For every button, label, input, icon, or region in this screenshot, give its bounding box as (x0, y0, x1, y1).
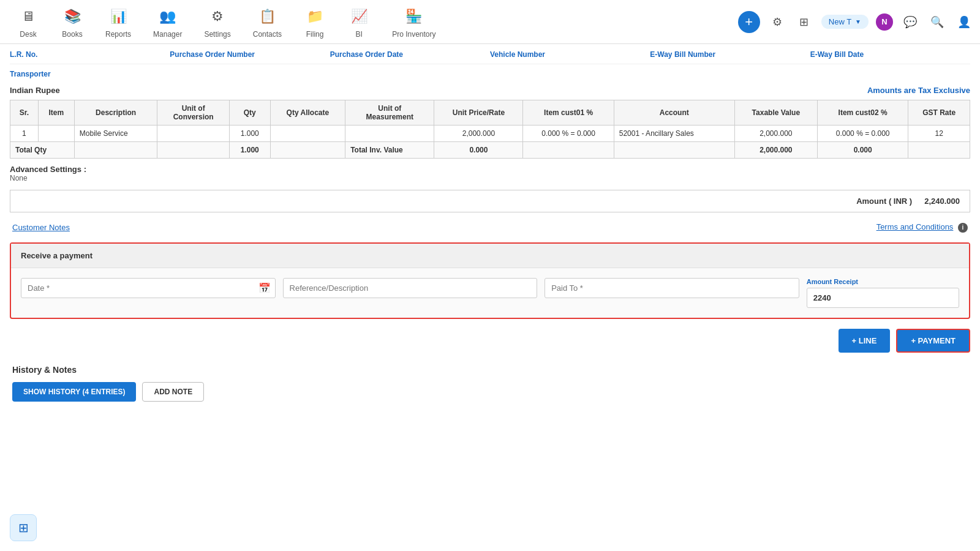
total-inv-cust02: 0.000 (817, 142, 908, 159)
purchase-order-number-label[interactable]: Purchase Order Number (170, 50, 330, 59)
total-qty-value: 1.000 (229, 142, 270, 159)
nav-item-settings[interactable]: ⚙ Settings (193, 1, 241, 43)
show-history-button[interactable]: SHOW HISTORY (4 ENTRIES) (12, 382, 136, 402)
nav-label-books: Books (62, 30, 82, 39)
row-description: Mobile Service (74, 126, 157, 142)
row-item (38, 126, 74, 142)
date-input-wrap: 📅 (21, 278, 276, 298)
row-taxable-value: 2,000.000 (734, 126, 817, 142)
col-unit-price: Unit Price/Rate (434, 100, 523, 126)
amount-receipt-input[interactable] (807, 288, 959, 308)
main-content: L.R. No. Purchase Order Number Purchase … (0, 44, 980, 408)
row-qty: 1.000 (229, 126, 270, 142)
purchase-order-date-label[interactable]: Purchase Order Date (330, 50, 490, 59)
amount-row: Amount ( INR ) 2,240.000 (10, 190, 970, 212)
user-label: New T (829, 17, 851, 26)
amount-receipt-label: Amount Receipt (807, 278, 959, 285)
date-field: 📅 (21, 278, 276, 298)
vehicle-number-label[interactable]: Vehicle Number (490, 50, 650, 59)
row-unit-conversion (157, 126, 230, 142)
nav-item-bi[interactable]: 📈 BI (337, 1, 381, 43)
currency-label: Indian Rupee (10, 86, 60, 95)
search-icon[interactable]: 🔍 (927, 12, 947, 32)
row-item-cust02: 0.000 % = 0.000 (817, 126, 908, 142)
col-taxable-value: Taxable Value (734, 100, 817, 126)
customer-notes-link[interactable]: Customer Notes (12, 223, 70, 232)
notification-icon[interactable]: 💬 (900, 12, 920, 32)
row-unit-measurement (345, 126, 434, 142)
nav-label-manager: Manager (153, 30, 182, 39)
date-input[interactable] (21, 278, 276, 298)
total-inv-label: Total Inv. Value (345, 142, 434, 159)
nav-label-bi: BI (355, 30, 362, 39)
col-unit-measurement: Unit ofMeasurement (345, 100, 434, 126)
calendar-icon[interactable]: 📅 (258, 282, 271, 294)
reports-icon: 📊 (107, 6, 129, 28)
total-qty-label: Total Qty (10, 142, 75, 159)
row-account: 52001 - Ancillary Sales (614, 126, 734, 142)
transporter-label[interactable]: Transporter (10, 70, 51, 78)
total-empty1 (270, 142, 345, 159)
books-icon: 📚 (61, 6, 83, 28)
col-qty-allocate: Qty Allocate (270, 100, 345, 126)
nav-label-settings: Settings (204, 30, 230, 39)
payment-fields: 📅 Amount Receipt (11, 268, 969, 308)
paid-to-field (545, 278, 799, 298)
table-row[interactable]: 1 Mobile Service 1.000 2,000.000 0.000 %… (10, 126, 970, 142)
user-avatar[interactable]: N (876, 13, 893, 31)
nav-item-reports[interactable]: 📊 Reports (94, 1, 142, 43)
payment-box-title: Receive a payment (11, 244, 969, 268)
nav-label-desk: Desk (20, 30, 36, 39)
reference-input[interactable] (283, 278, 538, 298)
user-menu[interactable]: New T ▼ (821, 15, 869, 29)
transporter-row: Transporter (10, 69, 970, 78)
total-empty3 (614, 142, 734, 159)
grid-icon[interactable]: ⊞ (794, 12, 814, 32)
payment-button[interactable]: + PAYMENT (896, 329, 970, 353)
advanced-settings-title: Advanced Settings : (10, 165, 970, 174)
total-qty-empty2 (157, 142, 230, 159)
settings-icon: ⚙ (206, 6, 228, 28)
user-profile-icon[interactable]: 👤 (954, 12, 974, 32)
header-fields-row: L.R. No. Purchase Order Number Purchase … (10, 50, 970, 64)
desk-icon: 🖥 (17, 6, 39, 28)
currency-row: Indian Rupee Amounts are Tax Exclusive (10, 86, 970, 95)
reference-field (283, 278, 538, 298)
nav-item-manager[interactable]: 👥 Manager (142, 1, 193, 43)
total-empty4 (908, 142, 970, 159)
amount-value: 2,240.000 (924, 197, 960, 206)
terms-info-icon[interactable]: i (958, 223, 968, 233)
invoice-table: Sr. Item Description Unit ofConversion Q… (10, 100, 970, 159)
tax-exclusive-label: Amounts are Tax Exclusive (867, 86, 970, 95)
advanced-settings-value: None (10, 174, 970, 182)
paid-to-input[interactable] (545, 278, 799, 298)
top-navigation: 🖥 Desk 📚 Books 📊 Reports 👥 Manager ⚙ Set… (0, 0, 980, 44)
add-button[interactable]: + (738, 11, 760, 33)
receive-payment-box: Receive a payment 📅 Amount Receipt (10, 242, 970, 319)
col-gst-rate: GST Rate (908, 100, 970, 126)
line-button[interactable]: + LINE (839, 329, 891, 353)
notes-tc-row: Customer Notes Terms and Conditions i (10, 222, 970, 233)
amount-receipt-field: Amount Receipt (807, 278, 959, 308)
nav-label-contacts: Contacts (253, 30, 282, 39)
terms-conditions-link[interactable]: Terms and Conditions (876, 222, 954, 231)
nav-item-filing[interactable]: 📁 Filing (293, 1, 337, 43)
eway-bill-date-label[interactable]: E-Way Bill Date (810, 50, 970, 59)
lr-no-label[interactable]: L.R. No. (10, 50, 170, 59)
total-qty-empty1 (74, 142, 157, 159)
total-empty2 (523, 142, 614, 159)
col-qty: Qty (229, 100, 270, 126)
row-item-cust01: 0.000 % = 0.000 (523, 126, 614, 142)
history-section: History & Notes SHOW HISTORY (4 ENTRIES)… (10, 365, 970, 402)
nav-item-books[interactable]: 📚 Books (50, 1, 94, 43)
add-note-button[interactable]: ADD NOTE (142, 382, 204, 402)
eway-bill-number-label[interactable]: E-Way Bill Number (650, 50, 810, 59)
row-gst-rate: 12 (908, 126, 970, 142)
nav-item-desk[interactable]: 🖥 Desk (6, 1, 50, 43)
avatar-initial: N (881, 17, 887, 26)
contacts-icon: 📋 (256, 6, 278, 28)
gear-icon[interactable]: ⚙ (767, 12, 787, 32)
nav-item-pro-inventory[interactable]: 🏪 Pro Inventory (381, 1, 447, 43)
nav-item-contacts[interactable]: 📋 Contacts (242, 1, 293, 43)
action-buttons-row: + LINE + PAYMENT (10, 329, 970, 353)
